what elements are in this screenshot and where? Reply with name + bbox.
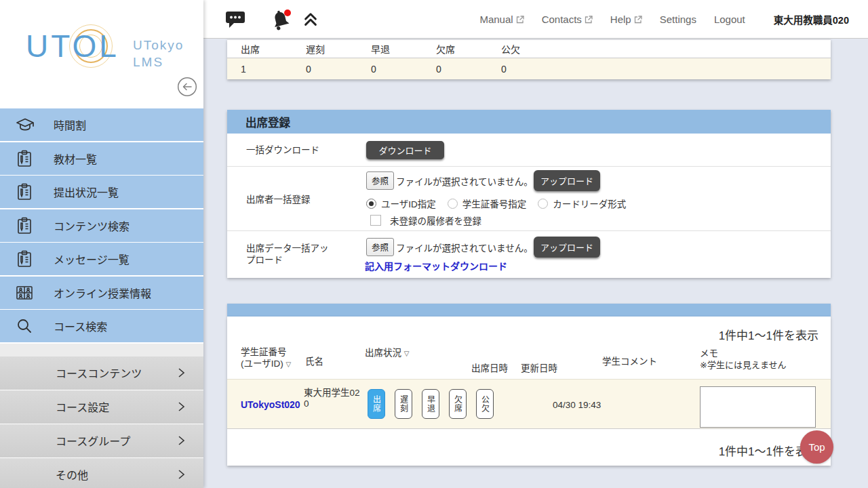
summary-header-early-leave: 早退: [371, 42, 390, 56]
radio-user-id[interactable]: ユーザID指定: [366, 197, 436, 210]
radio-student-card-number[interactable]: 学生証番号指定: [448, 197, 527, 210]
clipboard-icon: [15, 216, 35, 235]
logo-subtitle-line1: UTokyo: [133, 37, 184, 54]
sidebar-item-label: 提出状況一覧: [54, 184, 119, 200]
sidebar-item-course-contents[interactable]: コースコンテンツ: [0, 357, 203, 390]
column-header-memo: メモ ※学生には見えません: [700, 348, 787, 371]
clipboard-icon: [15, 182, 35, 201]
radio-card-reader-format[interactable]: カードリーダ形式: [538, 197, 626, 210]
memo-input[interactable]: [700, 386, 816, 428]
sidebar-item-label: メッセージ一覧: [54, 251, 130, 267]
messages-button[interactable]: [224, 0, 245, 39]
header-note: ※学生には見えません: [700, 359, 787, 371]
settings-link[interactable]: Settings: [660, 14, 696, 25]
attendance-register-section: 出席登録 一括ダウンロード ダウンロード 出席者一括登録 参照 ファイルが選択さ…: [227, 110, 831, 278]
status-present-button[interactable]: 出席: [368, 389, 385, 419]
column-header-status[interactable]: 出席状況 ▽: [365, 347, 409, 359]
column-header-student-id[interactable]: 学生証番号 (ユーザID) ▽: [241, 346, 291, 370]
clipboard-icon: [15, 149, 35, 168]
table-footer: 1件中1〜1件を表示: [227, 429, 831, 466]
checkbox-icon: [370, 215, 381, 226]
register-unregistered-checkbox[interactable]: 未登録の履修者を登録: [370, 214, 481, 227]
manual-link[interactable]: Manual: [479, 14, 524, 25]
contacts-link-label: Contacts: [542, 14, 582, 25]
sidebar-item-others[interactable]: その他: [0, 458, 203, 488]
chevron-right-icon: [176, 468, 186, 483]
scroll-top-chevrons-button[interactable]: [302, 0, 319, 39]
scroll-to-top-button[interactable]: Top: [800, 430, 833, 464]
notifications-button[interactable]: [268, 0, 294, 39]
student-id-link[interactable]: UTokyoSt020: [241, 399, 300, 410]
browse-file-button[interactable]: 参照: [366, 171, 394, 190]
summary-header-present: 出席: [241, 42, 260, 56]
summary-value-early-leave: 0: [371, 64, 376, 75]
radio-unselected-icon: [448, 199, 458, 209]
bulk-download-label: 一括ダウンロード: [246, 144, 319, 156]
browse-file-button[interactable]: 参照: [366, 238, 394, 256]
sidebar-item-label: オンライン授業情報: [54, 285, 151, 301]
radio-label: 学生証番号指定: [462, 197, 527, 210]
speech-bubble-icon: [224, 9, 245, 29]
logout-link-label: Logout: [714, 14, 745, 25]
sidebar-item-course-group[interactable]: コースグループ: [0, 424, 203, 458]
sidebar-item-label: コース設定: [56, 399, 109, 415]
topbar-links: Manual Contacts Help Settings Logout 東大用…: [462, 0, 868, 39]
help-link-label: Help: [610, 14, 631, 25]
upload-button[interactable]: アップロード: [534, 237, 600, 258]
chevron-right-icon: [176, 401, 186, 415]
top-bar: Manual Contacts Help Settings Logout 東大用…: [203, 0, 868, 39]
header-text: 学生証番号: [241, 347, 287, 357]
upload-button[interactable]: アップロード: [534, 170, 600, 191]
download-button[interactable]: ダウンロード: [366, 141, 444, 159]
username: 東大用教職員020: [774, 12, 849, 26]
section-title: 出席登録: [245, 114, 290, 130]
sidebar-item-materials[interactable]: 教材一覧: [0, 142, 203, 175]
sort-icon[interactable]: ▽: [404, 350, 410, 357]
help-link[interactable]: Help: [610, 14, 642, 25]
contacts-link[interactable]: Contacts: [542, 14, 593, 25]
summary-header-row: 出席 遅刻 早退 欠席 公欠: [227, 39, 831, 58]
sidebar-collapse-button[interactable]: [177, 77, 197, 97]
graduation-cap-icon: [15, 115, 35, 135]
sidebar-item-message-list[interactable]: メッセージ一覧: [0, 243, 203, 275]
status-button-group: 出席 遅刻 早退 欠席 公欠: [368, 389, 494, 419]
sidebar-item-course-settings[interactable]: コース設定: [0, 390, 203, 424]
status-early-leave-button[interactable]: 早退: [422, 389, 439, 419]
radio-selected-icon: [366, 199, 376, 209]
sidebar-item-course-search[interactable]: コース検索: [0, 310, 203, 342]
settings-link-label: Settings: [660, 14, 696, 25]
format-download-link[interactable]: 記入用フォーマットダウンロード: [365, 259, 507, 272]
sidebar-item-timetable[interactable]: 時間割: [0, 108, 203, 141]
attendance-datetime: 04/30 19:43: [553, 400, 601, 410]
sidebar-item-label: その他: [56, 466, 88, 483]
status-absent-button[interactable]: 欠席: [449, 389, 467, 419]
attendance-detail-table: 1件中1〜1件を表示 学生証番号 (ユーザID) ▽ 氏名 出席状況 ▽ 出席日…: [227, 317, 831, 466]
column-header-attend-time: 出席日時: [471, 363, 508, 374]
manual-link-label: Manual: [479, 14, 513, 25]
header-text: (ユーザID): [241, 359, 283, 369]
id-type-radio-group: ユーザID指定 学生証番号指定 カードリーダ形式: [366, 197, 626, 210]
sidebar-item-content-search[interactable]: コンテンツ検索: [0, 209, 203, 242]
attendance-summary-table: 出席 遅刻 早退 欠席 公欠 1 0 0 0 0: [227, 39, 831, 79]
sidebar-divider: [0, 344, 203, 357]
summary-value-present: 1: [241, 64, 246, 75]
column-header-student-comment: 学生コメント: [602, 356, 657, 367]
clipboard-icon: [15, 249, 35, 268]
notification-badge-icon: [284, 9, 291, 16]
sort-icon[interactable]: ▽: [286, 361, 292, 368]
sidebar-item-submission-status[interactable]: 提出状況一覧: [0, 176, 203, 208]
sidebar-item-label: コンテンツ検索: [54, 218, 130, 234]
magnifier-icon: [15, 317, 35, 336]
checkbox-label: 未登録の履修者を登録: [390, 214, 481, 227]
sidebar-item-online-class-info[interactable]: オンライン授業情報: [0, 277, 203, 309]
column-header-name: 氏名: [305, 356, 323, 367]
sidebar-submenu: コースコンテンツ コース設定 コースグループ その他: [0, 357, 203, 488]
status-excused-button[interactable]: 公欠: [476, 389, 494, 419]
utol-logo[interactable]: UTOL UTokyo LMS: [26, 31, 119, 79]
logout-link[interactable]: Logout: [714, 14, 745, 25]
logo-text: UTOL: [26, 31, 119, 61]
table-section-header-bar: [227, 304, 831, 317]
status-late-button[interactable]: 遅刻: [395, 389, 412, 419]
student-name: 東大用学生020: [304, 388, 362, 409]
bulk-download-row: 一括ダウンロード ダウンロード: [227, 134, 831, 167]
